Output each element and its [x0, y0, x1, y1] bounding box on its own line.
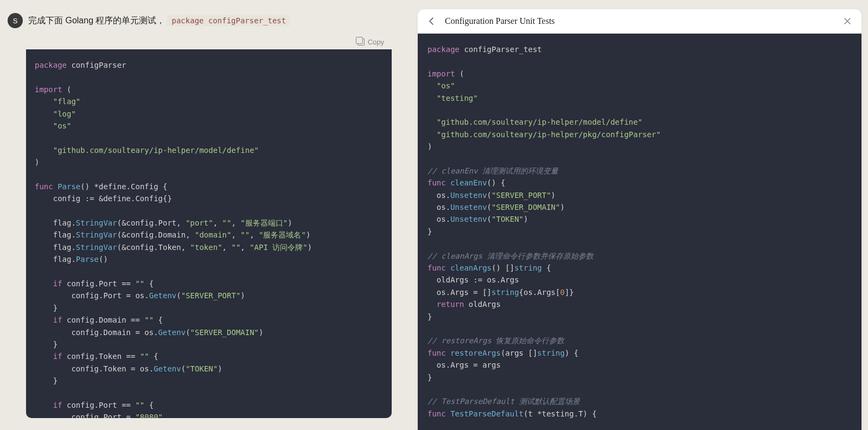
user-message-text: 完成下面 Golang 程序的单元测试， package configParse…: [28, 15, 290, 27]
back-button[interactable]: [426, 16, 437, 27]
artifact-card: Configuration Parser Unit Tests package …: [418, 9, 861, 430]
close-icon: [844, 17, 851, 25]
code-body-left[interactable]: package configParser import ( "flag" "lo…: [26, 49, 392, 418]
copy-label: Copy: [368, 38, 384, 46]
code-header: Copy: [26, 35, 392, 49]
user-message-prefix: 完成下面 Golang 程序的单元测试，: [28, 15, 165, 27]
inline-code-snippet: package configParser_test: [167, 15, 290, 26]
left-panel: S 完成下面 Golang 程序的单元测试， package configPar…: [0, 0, 418, 430]
close-button[interactable]: [842, 16, 853, 27]
right-panel: Configuration Parser Unit Tests package …: [418, 0, 868, 430]
copy-button[interactable]: Copy: [358, 38, 384, 46]
avatar: S: [8, 13, 23, 28]
copy-icon: [358, 38, 365, 46]
card-title: Configuration Parser Unit Tests: [445, 16, 834, 26]
code-block: Copy package configParser import ( "flag…: [26, 35, 392, 418]
card-header: Configuration Parser Unit Tests: [418, 9, 861, 34]
code-body-right[interactable]: package configParser_test import ( "os" …: [418, 34, 861, 430]
user-message-row: S 完成下面 Golang 程序的单元测试， package configPar…: [0, 0, 418, 35]
arrow-left-icon: [427, 17, 436, 25]
